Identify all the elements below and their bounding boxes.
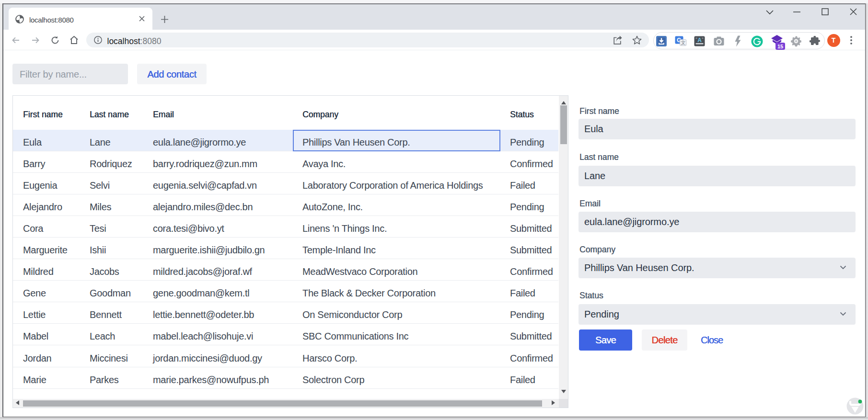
svg-text:15: 15: [777, 44, 783, 49]
svg-text:A: A: [697, 37, 702, 44]
svg-text:文: 文: [680, 40, 685, 45]
